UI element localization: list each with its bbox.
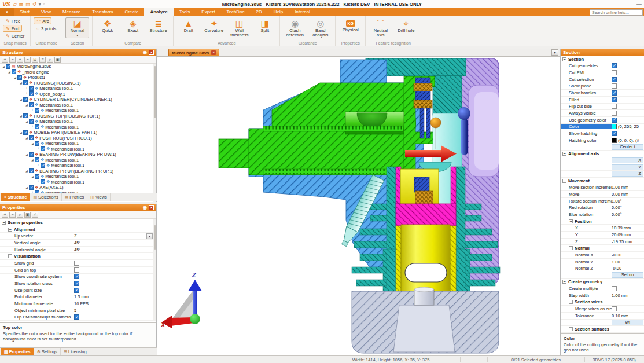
- property-row-always-visible[interactable]: Always visible: [561, 110, 644, 117]
- property-value[interactable]: [74, 288, 153, 293]
- visibility-checkbox[interactable]: [35, 174, 39, 179]
- tree-item-mechanicaltool-1[interactable]: └❖MechanicalTool.1: [0, 146, 153, 152]
- minimize-button[interactable]: —: [636, 1, 642, 7]
- property-row-step-width[interactable]: Step width1.00 mm: [561, 292, 644, 299]
- checkbox[interactable]: [612, 90, 617, 96]
- visibility-checkbox[interactable]: [29, 91, 34, 96]
- property-row-create-multiple[interactable]: Create multiple: [561, 285, 644, 292]
- property-value[interactable]: (0, 255, 25: [612, 124, 644, 129]
- checkbox[interactable]: [74, 288, 79, 293]
- visibility-checkbox[interactable]: [29, 152, 34, 157]
- property-row-use-geometry-color[interactable]: Use geometry color: [561, 117, 644, 124]
- checkbox[interactable]: [612, 118, 617, 123]
- menu-tab-transform[interactable]: Transform: [86, 8, 119, 16]
- property-row-show-grid[interactable]: Show grid: [0, 260, 153, 267]
- tree-item-product1[interactable]: ◢❖Product1: [0, 75, 153, 80]
- property-value[interactable]: (0, 0, 0), (#: [612, 138, 644, 143]
- property-row-y[interactable]: Y: [561, 164, 644, 171]
- save-icon[interactable]: ▦: [19, 2, 24, 7]
- property-row-show-handles[interactable]: Show handles: [561, 90, 644, 97]
- select-mode-icon[interactable]: ⊡: [32, 57, 38, 63]
- property-row-filled[interactable]: Filled: [561, 97, 644, 104]
- ribbon-button-free[interactable]: ✎Free: [3, 17, 23, 24]
- property-value[interactable]: [74, 261, 153, 266]
- expand-all-icon[interactable]: +: [2, 57, 8, 63]
- property-button[interactable]: Center t: [612, 144, 643, 150]
- ribbon-button-end[interactable]: ✎End: [3, 25, 22, 32]
- search-input[interactable]: [590, 9, 643, 16]
- property-button[interactable]: Y: [612, 164, 643, 170]
- panel-tab-structure[interactable]: ≡Structure: [1, 193, 30, 201]
- visibility-checkbox[interactable]: [6, 64, 10, 69]
- tree-item-mechanicaltool-1[interactable]: └❖MechanicalTool.1: [0, 179, 153, 185]
- ribbon-button-curvature[interactable]: ✦Curvature: [202, 17, 226, 34]
- property-value[interactable]: 45°: [74, 240, 153, 245]
- checkbox[interactable]: [612, 306, 617, 311]
- visibility-checkbox[interactable]: [29, 86, 34, 91]
- collapse-level-icon[interactable]: −: [24, 57, 31, 63]
- property-row-blue-rotation[interactable]: Blue rotation0.00°: [561, 211, 644, 218]
- property-row-up-vector[interactable]: Up vectorZ▾: [0, 233, 153, 240]
- ribbon-button-draft[interactable]: ▲Draft: [176, 17, 200, 34]
- collapse-all-icon[interactable]: −: [9, 57, 16, 63]
- property-value[interactable]: 10 FPS: [74, 301, 153, 306]
- tree-item-mechanicaltool-1[interactable]: └❖MechanicalTool.1: [0, 108, 153, 113]
- collapse-expander-icon[interactable]: −: [8, 254, 12, 258]
- property-value[interactable]: 1.00 mm: [612, 293, 644, 298]
- property-value[interactable]: 0.00°: [612, 212, 644, 217]
- pin-icon[interactable]: ◉: [143, 204, 147, 211]
- property-row-grid-on-top[interactable]: Grid on top: [0, 267, 153, 274]
- property-row-x[interactable]: X: [561, 157, 644, 164]
- property-value[interactable]: -19.75 mm: [612, 239, 644, 244]
- property-value[interactable]: [612, 70, 644, 75]
- visibility-checkbox[interactable]: [23, 97, 28, 102]
- dropdown-icon[interactable]: ▾: [146, 233, 153, 239]
- property-row-point-diameter[interactable]: Point diameter1.3 mm: [0, 294, 153, 301]
- visibility-checkbox[interactable]: [35, 157, 39, 162]
- color-swatch[interactable]: [612, 138, 617, 143]
- property-value[interactable]: -0.00: [612, 252, 644, 258]
- panel-tab-profiles[interactable]: ▤Profiles: [62, 193, 88, 201]
- ribbon-button-structure[interactable]: ≣Structure: [146, 17, 170, 34]
- checkbox[interactable]: [74, 274, 79, 279]
- ribbon-button-exact[interactable]: ◈Exact: [121, 17, 145, 34]
- close-icon[interactable]: ×: [149, 50, 154, 55]
- tree-item-housing-top-housing-top-1[interactable]: ◢❖HOUSING TOP(HOUSING TOP.1): [0, 113, 153, 119]
- panel-tab-settings[interactable]: ⚙Settings: [34, 348, 61, 355]
- expander-icon[interactable]: ◢: [1, 65, 6, 68]
- tree-item-microengine-3dvs[interactable]: ◢▤MicroEngine.3dvs: [0, 64, 153, 69]
- collapse-expander-icon[interactable]: −: [569, 219, 573, 223]
- property-value[interactable]: 45°: [74, 247, 153, 252]
- property-row-object-minimum-pixel-size[interactable]: Object minimum pixel size5: [0, 307, 153, 314]
- property-row-use-point-size[interactable]: Use point size: [0, 287, 153, 294]
- properties-scrollbar[interactable]: [153, 219, 156, 321]
- ribbon-button-band-analysis[interactable]: ◎Band analysis: [308, 17, 332, 39]
- ribbon-button-3-points[interactable]: ◌3 points: [34, 25, 59, 32]
- tab-list-dropdown-icon[interactable]: ▾: [551, 49, 558, 56]
- property-value[interactable]: 26.09 mm: [612, 232, 644, 237]
- structure-scrollbar[interactable]: [153, 64, 156, 202]
- ribbon-button-normal[interactable]: ◪Normal▾: [65, 17, 89, 38]
- checkbox[interactable]: [74, 267, 79, 273]
- tree-item-mechanicaltool-1[interactable]: └❖MechanicalTool.1: [0, 86, 153, 91]
- property-row-vertical-angle[interactable]: Vertical angle45°: [0, 240, 153, 247]
- expander-icon[interactable]: ◢: [30, 142, 35, 145]
- property-row-red-rotation[interactable]: Red rotation0.00°: [561, 204, 644, 211]
- expander-icon[interactable]: ◢: [30, 175, 35, 178]
- property-row-show-hatching[interactable]: Show hatching: [561, 130, 644, 137]
- export-icon[interactable]: ▣: [54, 57, 61, 63]
- list-view-icon[interactable]: ≡: [39, 57, 46, 63]
- checkbox[interactable]: [612, 111, 617, 116]
- visibility-checkbox[interactable]: [35, 141, 39, 146]
- collapse-expander-icon[interactable]: −: [2, 221, 6, 225]
- tree-item-mechanicaltool-1[interactable]: ◢❖MechanicalTool.1: [0, 119, 153, 124]
- ribbon-button-drill-hole[interactable]: ⌖Drill hole: [394, 17, 418, 34]
- menu-tab-help[interactable]: Help: [268, 8, 289, 16]
- property-row-normal-x[interactable]: Normal X-0.00: [561, 252, 644, 259]
- property-value[interactable]: [612, 77, 644, 82]
- expander-icon[interactable]: ◢: [24, 103, 29, 107]
- property-row-rotate-section-increment[interactable]: Rotate section increment1.00°: [561, 198, 644, 205]
- ribbon-button-quick[interactable]: ❖Quick: [95, 17, 119, 34]
- ribbon-button-split[interactable]: ◨Split: [253, 17, 277, 34]
- expander-icon[interactable]: ◢: [24, 120, 29, 123]
